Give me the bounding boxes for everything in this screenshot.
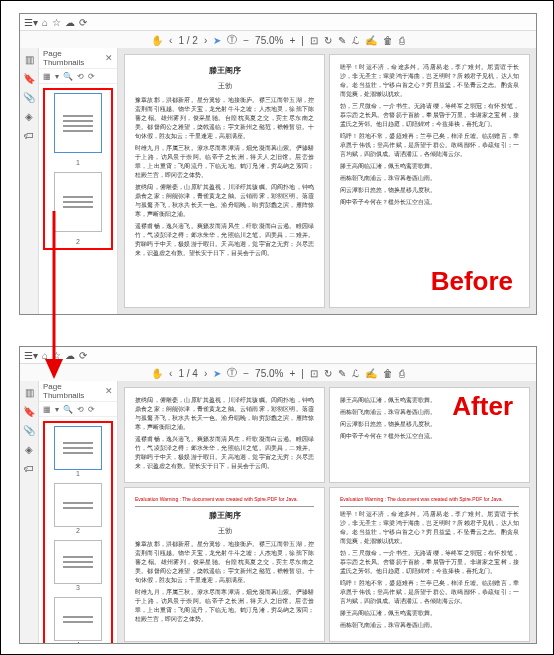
annotate-icon[interactable]: ℒ: [352, 35, 359, 46]
bookmarks-tab-icon[interactable]: 🔖: [23, 73, 35, 84]
thumbnails-tab-icon[interactable]: ▥: [25, 54, 34, 65]
thumb-rotate-icon[interactable]: ⟲: [77, 72, 84, 81]
zoom-level[interactable]: 75.0%: [255, 35, 283, 46]
thumbnails-header: Page Thumbnails ✕: [39, 381, 117, 402]
refresh-icon[interactable]: ⟳: [79, 350, 87, 361]
attachments-tab-icon[interactable]: 📎: [23, 425, 35, 436]
annotate-icon[interactable]: ℒ: [352, 368, 359, 379]
thumbnails-toolbar: ▦ ▾ 🔍 ⟲ ⟳: [39, 69, 117, 84]
thumb-label-2: 2: [54, 527, 102, 534]
thumb-view-icon[interactable]: ▦: [43, 405, 51, 414]
text-select-icon[interactable]: Ⓣ: [227, 33, 237, 47]
back-icon[interactable]: ‹: [169, 35, 172, 46]
thumb-zoom-icon[interactable]: 🔍: [63, 72, 73, 81]
rotate-icon[interactable]: ↻: [324, 35, 332, 46]
thumb-label-3: 3: [54, 584, 102, 591]
bookmarks-tab-icon[interactable]: 🔖: [23, 406, 35, 417]
fit-icon[interactable]: ⊡: [310, 35, 318, 46]
watermark-text: Evaluation Warning : The document was cr…: [340, 496, 519, 507]
edit-icon[interactable]: ✎: [338, 35, 346, 46]
print-icon[interactable]: ⎙: [399, 368, 405, 379]
doc-title: 滕王阁序: [135, 510, 314, 522]
zoom-in-icon[interactable]: +: [289, 35, 295, 46]
thumb-more-icon[interactable]: ⟳: [88, 72, 95, 81]
page-1: 滕王阁序 王勃 豫章故郡，洪都新府。星分翼轸，地接衡庐。襟三江而带五湖，控蛮荆而…: [124, 54, 325, 308]
close-panel-icon[interactable]: ✕: [105, 53, 113, 63]
titlebar: ☰▾ ⌂ ☆ ☁ ⟳: [20, 347, 536, 364]
forward-icon[interactable]: ›: [204, 368, 207, 379]
close-panel-icon[interactable]: ✕: [105, 386, 113, 396]
thumb-label-1: 1: [54, 470, 102, 477]
menu-icon[interactable]: ☰▾: [24, 350, 38, 361]
print-icon[interactable]: ⎙: [399, 35, 405, 46]
trash-icon[interactable]: 🗑: [383, 35, 393, 46]
thumb-more-icon[interactable]: ⟳: [88, 405, 95, 414]
sign-icon[interactable]: ✍: [365, 35, 377, 46]
edit-icon[interactable]: ✎: [338, 368, 346, 379]
back-icon[interactable]: ‹: [169, 368, 172, 379]
page-indicator[interactable]: 1 / 4: [178, 368, 197, 379]
divider-icon: |: [301, 35, 304, 46]
svg-marker-1: [45, 359, 63, 379]
rotate-icon[interactable]: ↻: [324, 368, 332, 379]
thumb-zoom-icon[interactable]: 🔍: [63, 405, 73, 414]
page-indicator[interactable]: 1 / 2: [178, 35, 197, 46]
fit-icon[interactable]: ⊡: [310, 368, 318, 379]
thumb-label-2: 2: [76, 238, 80, 245]
zoom-out-icon[interactable]: −: [243, 35, 249, 46]
home-icon[interactable]: ⌂: [42, 17, 48, 28]
thumb-rotate-icon[interactable]: ⟲: [77, 405, 84, 414]
page-4: Evaluation Warning : The document was cr…: [329, 487, 530, 642]
left-rail: ▥ 🔖 📎 ◈ 🏷: [20, 381, 39, 643]
page-thumb-1[interactable]: [54, 426, 102, 470]
divider-icon: |: [301, 368, 304, 379]
layers-tab-icon[interactable]: ◈: [25, 111, 33, 122]
doc-author: 王勃: [135, 526, 314, 537]
tag-tab-icon[interactable]: 🏷: [24, 130, 34, 141]
attachments-tab-icon[interactable]: 📎: [23, 92, 35, 103]
thumb-options-icon[interactable]: ▾: [55, 72, 59, 81]
left-rail: ▥ 🔖 📎 ◈ 🏷: [20, 48, 39, 314]
transition-arrow: [39, 211, 69, 381]
refresh-icon[interactable]: ⟳: [79, 17, 87, 28]
zoom-level[interactable]: 75.0%: [255, 368, 283, 379]
page-thumb-2[interactable]: [54, 483, 102, 527]
thumbnails-title: Page Thumbnails: [43, 49, 105, 67]
doc-title: 滕王阁序: [135, 65, 314, 77]
doc-author: 王勃: [135, 81, 314, 92]
zoom-in-icon[interactable]: +: [289, 368, 295, 379]
thumbnails-toolbar: ▦ ▾ 🔍 ⟲ ⟳: [39, 402, 117, 417]
tag-tab-icon[interactable]: 🏷: [24, 463, 34, 474]
before-label: Before: [431, 266, 513, 297]
thumbnails-title: Page Thumbnails: [43, 382, 105, 400]
thumbnails-tab-icon[interactable]: ▥: [25, 387, 34, 398]
thumb-selection-highlight: 1 2 3: [43, 421, 113, 643]
page-thumb-3[interactable]: [54, 540, 102, 584]
thumbnails-panel: Page Thumbnails ✕ ▦ ▾ 🔍 ⟲ ⟳: [39, 381, 118, 643]
thumb-label-4: 4: [54, 641, 102, 643]
after-label: After: [452, 391, 513, 422]
thumb-view-icon[interactable]: ▦: [43, 72, 51, 81]
page-3: Evaluation Warning : The document was cr…: [124, 487, 325, 642]
text-select-icon[interactable]: Ⓣ: [227, 366, 237, 380]
forward-icon[interactable]: ›: [204, 35, 207, 46]
thumb-options-icon[interactable]: ▾: [55, 405, 59, 414]
menu-icon[interactable]: ☰▾: [24, 17, 38, 28]
thumb-label-1: 1: [76, 159, 80, 166]
zoom-out-icon[interactable]: −: [243, 368, 249, 379]
star-icon[interactable]: ☆: [52, 17, 61, 28]
cursor-icon[interactable]: ➤: [213, 35, 221, 46]
hand-tool-icon[interactable]: ✋: [151, 35, 163, 46]
trash-icon[interactable]: 🗑: [383, 368, 393, 379]
layers-tab-icon[interactable]: ◈: [25, 444, 33, 455]
page-thumb-4[interactable]: [54, 597, 102, 641]
hand-tool-icon[interactable]: ✋: [151, 368, 163, 379]
titlebar: ☰▾ ⌂ ☆ ☁ ⟳: [20, 14, 536, 31]
watermark-text: Evaluation Warning : The document was cr…: [135, 496, 314, 507]
sign-icon[interactable]: ✍: [365, 368, 377, 379]
page-thumb-1[interactable]: [54, 93, 102, 153]
cloud-icon[interactable]: ☁: [65, 17, 75, 28]
page-1: 披绣闼，俯雕甍，山原旷其盈视，川泽纡其骇瞩。闾阎扑地，钟鸣鼎食之家；舸舰弥津，青…: [124, 387, 325, 483]
thumbnails-header: Page Thumbnails ✕: [39, 48, 117, 69]
cursor-icon[interactable]: ➤: [213, 368, 221, 379]
